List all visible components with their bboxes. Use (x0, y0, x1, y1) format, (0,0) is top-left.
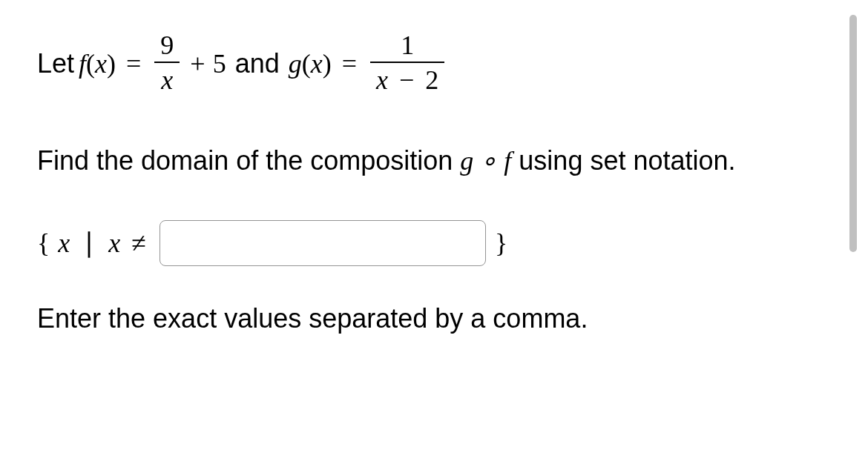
hint-text: Enter the exact values separated by a co… (37, 303, 798, 334)
g-denominator: x − 2 (370, 63, 444, 98)
close-paren-2: ) (323, 49, 332, 79)
close-paren: ) (107, 49, 116, 79)
set-prefix: { x ∣ x ≠ (37, 228, 151, 259)
open-paren-2: ( (302, 49, 311, 79)
let-word: Let (37, 47, 74, 82)
g-numerator: 1 (370, 30, 444, 63)
function-definitions: Let f(x) = 9 x + 5 and g(x) = 1 x − 2 (37, 30, 798, 98)
f-numerator: 9 (154, 30, 180, 63)
plus: + (187, 47, 208, 82)
g-den-const: 2 (425, 65, 438, 95)
answer-row: { x ∣ x ≠ } (37, 220, 798, 266)
equals-2: = (336, 47, 363, 82)
g-fraction: 1 x − 2 (370, 30, 444, 98)
set-bar: ∣ (76, 228, 102, 258)
neq-symbol: ≠ (127, 228, 151, 258)
g-var: x (311, 49, 323, 79)
brace-open: { (37, 228, 50, 258)
g-den-x: x (376, 65, 388, 95)
set-x1: x (56, 228, 70, 258)
f-const: 5 (213, 47, 226, 82)
f-fraction: 9 x (154, 30, 180, 98)
composition-symbol: g ∘ f (460, 146, 511, 176)
f-var: x (95, 49, 107, 79)
open-paren: ( (86, 49, 95, 79)
set-x2: x (108, 228, 120, 258)
brace-close: } (495, 228, 507, 259)
answer-input[interactable] (160, 220, 486, 266)
f-denominator: x (154, 63, 180, 98)
instruction-part1: Find the domain of the composition (37, 145, 460, 176)
f-name: f (79, 49, 86, 79)
equals-1: = (120, 47, 147, 82)
instruction-part2: using set notation. (511, 145, 735, 176)
instruction-text: Find the domain of the composition g ∘ f… (37, 142, 798, 179)
and-word: and (231, 47, 284, 82)
scrollbar-thumb[interactable] (849, 15, 857, 252)
g-den-op: − (395, 65, 418, 95)
g-name: g (289, 49, 302, 79)
